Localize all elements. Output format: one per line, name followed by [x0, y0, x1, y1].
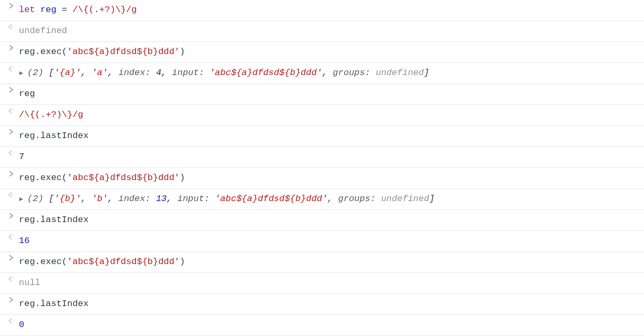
- comma: ,: [167, 194, 177, 204]
- input-chevron-icon: [3, 87, 19, 92]
- expand-arrow-icon[interactable]: [19, 67, 27, 79]
- output-chevron-icon: [3, 192, 19, 197]
- svg-point-1: [13, 68, 14, 69]
- svg-point-6: [13, 278, 14, 279]
- number-value: 7: [19, 152, 24, 162]
- expand-arrow-icon[interactable]: [19, 193, 27, 205]
- output-value: null: [19, 276, 644, 289]
- svg-point-3: [13, 152, 14, 153]
- input-chevron-icon: [3, 255, 19, 260]
- output-chevron-icon: [3, 108, 19, 113]
- output-value: 16: [19, 234, 644, 247]
- output-value: 0: [19, 318, 644, 331]
- input-chevron-icon: [3, 45, 19, 50]
- console-output-row: (2) ['{a}', 'a', index: 4, input: 'abc${…: [0, 63, 644, 84]
- console-output-row: undefined: [0, 21, 644, 42]
- output-value: undefined: [19, 24, 644, 37]
- keyword-let: let: [19, 5, 35, 15]
- console-output-row: null: [0, 273, 644, 294]
- call-tail: ): [180, 257, 185, 267]
- prop-key: index:: [118, 194, 155, 204]
- call-head: reg.exec(: [19, 47, 67, 57]
- comma: ,: [322, 68, 333, 78]
- bracket-open: [: [44, 68, 54, 78]
- string-literal: 'abc${a}dfdsd${b}ddd': [67, 47, 180, 57]
- console-output-row: 16: [0, 231, 644, 252]
- console-input-row[interactable]: reg.lastIndex: [0, 126, 644, 147]
- output-value: (2) ['{b}', 'b', index: 13, input: 'abc$…: [19, 192, 644, 205]
- code-line: reg.exec('abc${a}dfdsd${b}ddd'): [19, 171, 644, 184]
- comma: ,: [161, 68, 172, 78]
- bracket-close: ]: [429, 194, 434, 204]
- regex-literal: /\{(.+?)\}/g: [19, 110, 83, 120]
- array-length: (2): [27, 68, 44, 78]
- comma: ,: [108, 68, 118, 78]
- array-item: 'a': [91, 68, 108, 78]
- call-tail: ): [180, 173, 185, 183]
- console-input-row[interactable]: reg.lastIndex: [0, 210, 644, 231]
- array-item: '{a}': [54, 68, 81, 78]
- bracket-open: [: [44, 194, 54, 204]
- svg-point-5: [13, 236, 14, 237]
- input-chevron-icon: [3, 3, 19, 8]
- output-value: /\{(.+?)\}/g: [19, 108, 644, 121]
- input-chevron-icon: [3, 297, 19, 302]
- console-input-row[interactable]: reg.exec('abc${a}dfdsd${b}ddd'): [0, 42, 644, 63]
- output-chevron-icon: [3, 234, 19, 239]
- string-literal: 'abc${a}dfdsd${b}ddd': [67, 257, 180, 267]
- prop-key: index:: [118, 68, 155, 78]
- console-input-row[interactable]: reg.exec('abc${a}dfdsd${b}ddd'): [0, 252, 644, 273]
- bracket-close: ]: [424, 68, 429, 78]
- input-chevron-icon: [3, 129, 19, 134]
- var-name: reg: [40, 5, 57, 15]
- svg-point-2: [13, 110, 14, 111]
- code-line: reg.exec('abc${a}dfdsd${b}ddd'): [19, 45, 644, 58]
- output-chevron-icon: [3, 24, 19, 29]
- undefined-value: undefined: [19, 26, 67, 36]
- expression: reg.lastIndex: [19, 131, 89, 141]
- console-input-row[interactable]: reg.exec('abc${a}dfdsd${b}ddd'): [0, 168, 644, 189]
- svg-point-0: [13, 26, 14, 27]
- output-chevron-icon: [3, 318, 19, 323]
- comma: ,: [81, 194, 91, 204]
- prop-value: undefined: [376, 68, 424, 78]
- comma: ,: [81, 68, 91, 78]
- array-item: '{b}': [54, 194, 81, 204]
- output-value: 7: [19, 150, 644, 163]
- input-chevron-icon: [3, 213, 19, 218]
- console-output-row: 0: [0, 315, 644, 336]
- array-length: (2): [27, 194, 44, 204]
- null-value: null: [19, 278, 40, 288]
- prop-key: input:: [172, 68, 209, 78]
- array-item: 'b': [91, 194, 108, 204]
- console-output-row: /\{(.+?)\}/g: [0, 105, 644, 126]
- comma: ,: [108, 194, 118, 204]
- input-chevron-icon: [3, 171, 19, 176]
- console-input-row[interactable]: reg: [0, 84, 644, 105]
- comma: ,: [327, 194, 338, 204]
- prop-key: groups:: [333, 68, 376, 78]
- code-line: reg: [19, 87, 644, 100]
- prop-value: 13: [156, 194, 167, 204]
- output-chevron-icon: [3, 276, 19, 281]
- call-head: reg.exec(: [19, 257, 67, 267]
- number-value: 16: [19, 236, 29, 246]
- equals: =: [56, 5, 72, 15]
- prop-key: groups:: [338, 194, 381, 204]
- call-head: reg.exec(: [19, 173, 67, 183]
- prop-key: input:: [178, 194, 215, 204]
- call-tail: ): [180, 47, 185, 57]
- svg-point-7: [13, 320, 14, 321]
- number-value: 0: [19, 320, 24, 330]
- code-line: let reg = /\{(.+?)\}/g: [19, 3, 644, 16]
- prop-value: 'abc${a}dfdsd${b}ddd': [210, 68, 322, 78]
- console-input-row[interactable]: reg.lastIndex: [0, 294, 644, 315]
- string-literal: 'abc${a}dfdsd${b}ddd': [67, 173, 180, 183]
- code-line: reg.exec('abc${a}dfdsd${b}ddd'): [19, 255, 644, 268]
- expression: reg.lastIndex: [19, 215, 89, 225]
- code-line: reg.lastIndex: [19, 297, 644, 310]
- code-line: reg.lastIndex: [19, 129, 644, 142]
- prop-value: 4: [156, 68, 161, 78]
- prop-value: 'abc${a}dfdsd${b}ddd': [215, 194, 327, 204]
- console-input-row[interactable]: let reg = /\{(.+?)\}/g: [0, 0, 644, 21]
